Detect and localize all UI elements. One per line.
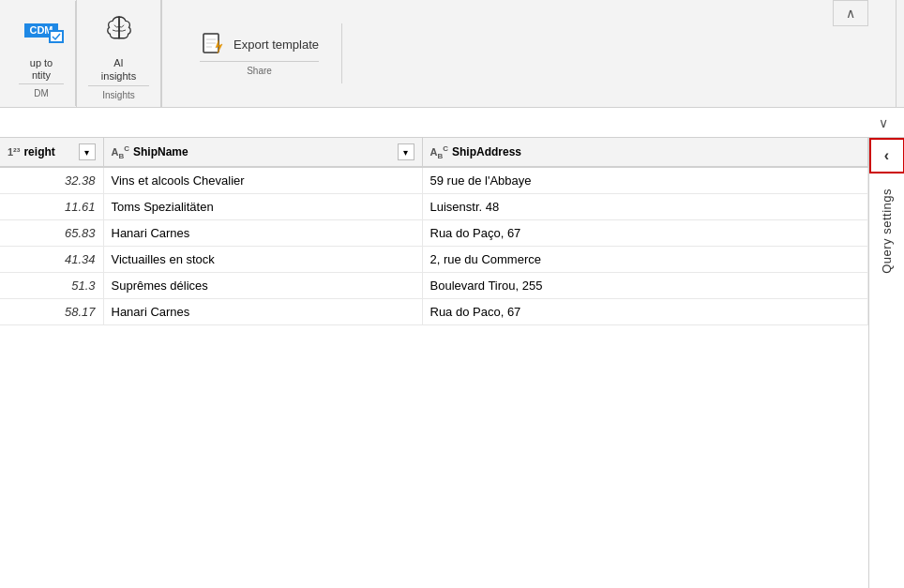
col-header-shipaddress: ABC ShipAddress [422, 138, 868, 167]
shipname-filter-button[interactable]: ▾ [398, 143, 414, 160]
freight-type-icon: 1²³ [8, 146, 20, 158]
ai-insights-label: AI insights [101, 56, 136, 83]
table-scroll[interactable]: 1²³ reight ▾ ABC ShipName ▾ [0, 138, 868, 588]
insights-section-label: Insights [88, 85, 149, 100]
cell-shipname: Vins et alcools Chevalier [103, 167, 422, 194]
cell-shipname: Hanari Carnes [103, 299, 422, 325]
freight-filter-button[interactable]: ▾ [79, 143, 96, 160]
cell-shipaddress: 59 rue de l'Abbaye [422, 167, 868, 194]
map-to-label: up to [30, 57, 53, 68]
collapse-icon: ∧ [846, 6, 855, 21]
cell-shipaddress: Rua do Paço, 67 [422, 220, 868, 247]
toolbar: CDM up to ntity DM [0, 0, 904, 108]
cell-shipname: Suprêmes délices [103, 273, 422, 299]
col-header-freight: 1²³ reight ▾ [0, 138, 103, 167]
cdm-section-label: DM [19, 83, 64, 98]
query-settings-chevron-icon: ‹ [884, 147, 889, 164]
share-section-label: Share [200, 61, 319, 76]
table-row[interactable]: 11.61Toms SpezialitätenLuisenstr. 48 [0, 194, 868, 220]
cell-shipaddress: Boulevard Tirou, 255 [422, 273, 868, 299]
formula-bar: ∨ [0, 108, 904, 138]
main-content: 1²³ reight ▾ ABC ShipName ▾ [0, 138, 904, 588]
ai-insights-button[interactable]: AI insights Insights [77, 0, 161, 108]
cell-freight: 11.61 [0, 194, 103, 220]
entity-label: ntity [32, 69, 51, 81]
shipaddress-col-label: ShipAddress [452, 145, 521, 158]
chevron-down-icon: ∨ [879, 115, 888, 130]
formula-input[interactable] [8, 116, 870, 129]
cell-shipname: Hanari Carnes [103, 220, 422, 247]
data-table: 1²³ reight ▾ ABC ShipName ▾ [0, 138, 868, 325]
table-row[interactable]: 65.83Hanari CarnesRua do Paço, 67 [0, 220, 868, 247]
share-group: Export template Share [162, 0, 896, 107]
export-template-button[interactable]: Export template Share [177, 23, 342, 83]
export-template-label: Export template [234, 38, 319, 52]
toolbar-collapse-button[interactable]: ∧ [833, 0, 868, 26]
table-row[interactable]: 32.38Vins et alcools Chevalier59 rue de … [0, 167, 868, 194]
cell-freight: 32.38 [0, 167, 103, 194]
table-row[interactable]: 41.34Victuailles en stock2, rue du Comme… [0, 247, 868, 273]
shipname-col-label: ShipName [133, 145, 188, 158]
freight-col-label: reight [23, 145, 54, 158]
cell-shipname: Toms Spezialitäten [103, 194, 422, 220]
cdm-group: CDM up to ntity DM [8, 0, 77, 107]
cell-freight: 41.34 [0, 247, 103, 273]
query-settings-label[interactable]: Query settings [876, 181, 897, 281]
cell-shipaddress: Rua do Paco, 67 [422, 299, 868, 325]
table-header-row: 1²³ reight ▾ ABC ShipName ▾ [0, 138, 868, 167]
query-settings-toggle-button[interactable]: ‹ [869, 138, 905, 173]
cell-shipaddress: 2, rue du Commerce [422, 247, 868, 273]
query-settings-panel: ‹ Query settings [868, 138, 904, 588]
insights-group: AI insights Insights [77, 0, 162, 107]
table-row[interactable]: 51.3Suprêmes délicesBoulevard Tirou, 255 [0, 273, 868, 299]
shipaddress-type-icon: ABC [430, 144, 449, 160]
table-container: 1²³ reight ▾ ABC ShipName ▾ [0, 138, 868, 588]
cdm-button[interactable]: CDM up to ntity DM [8, 1, 76, 106]
table-row[interactable]: 58.17Hanari CarnesRua do Paco, 67 [0, 299, 868, 325]
col-header-shipname: ABC ShipName ▾ [103, 138, 422, 167]
cell-shipaddress: Luisenstr. 48 [422, 194, 868, 220]
cell-freight: 65.83 [0, 220, 103, 247]
cell-shipname: Victuailles en stock [103, 247, 422, 273]
cell-freight: 51.3 [0, 273, 103, 299]
cell-freight: 58.17 [0, 299, 103, 325]
formula-bar-chevron[interactable]: ∨ [870, 110, 896, 136]
shipname-type-icon: ABC [112, 144, 130, 160]
